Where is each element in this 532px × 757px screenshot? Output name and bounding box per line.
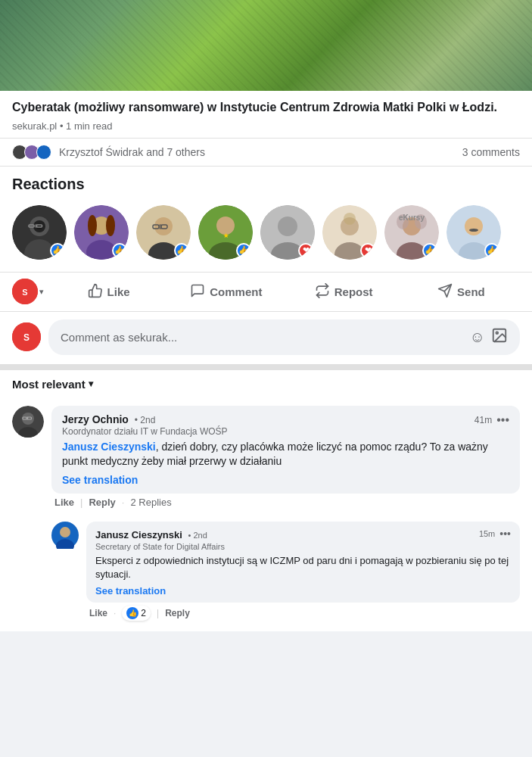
- svg-point-14: [154, 217, 173, 235]
- svg-point-24: [278, 217, 297, 236]
- comment-reply-btn-1[interactable]: Reply: [89, 497, 115, 508]
- sort-arrow-icon: ▾: [89, 378, 93, 389]
- send-label: Send: [457, 285, 485, 298]
- reaction-badge-7: 👍: [422, 243, 437, 258]
- repost-icon: [315, 283, 330, 301]
- profile-avatar-small: S: [12, 279, 38, 304]
- svg-point-29: [344, 213, 356, 225]
- reaction-person-8[interactable]: 👍: [446, 205, 501, 260]
- reaction-person-3[interactable]: 👍: [136, 205, 191, 260]
- reaction-person-7[interactable]: eKursy 👍: [384, 205, 439, 260]
- see-translation-1[interactable]: See translation: [62, 474, 509, 486]
- svg-point-39: [469, 229, 478, 232]
- comment-body-1: Jerzy Ochnio • 2nd Koordynator działu IT…: [51, 406, 520, 511]
- reaction-badge-1: 👍: [50, 243, 65, 258]
- comment-actions-1: Like | Reply · 2 Replies: [51, 494, 520, 511]
- mini-avatar-3: [36, 145, 51, 160]
- reaction-badge-4: 👍: [236, 243, 251, 258]
- comment-button[interactable]: Comment: [167, 277, 285, 307]
- comment-bubble-1: Jerzy Ochnio • 2nd Koordynator działu IT…: [51, 406, 520, 494]
- svg-point-37: [465, 217, 483, 235]
- reactions-section-label: Reactions: [0, 167, 532, 199]
- reaction-badge-5: ❤: [298, 243, 313, 258]
- comment-icons: ☺: [470, 327, 508, 347]
- reply-like-btn-1[interactable]: Like: [89, 608, 107, 618]
- reply-body-1: Janusz Cieszynski • 2nd Secretary of Sta…: [86, 522, 520, 621]
- repost-button[interactable]: Repost: [285, 277, 403, 307]
- reaction-person-6[interactable]: ❤: [322, 205, 377, 260]
- emoji-icon[interactable]: ☺: [470, 329, 485, 346]
- reactions-left: Krzysztof Świdrak and 7 others: [12, 145, 205, 160]
- comment-degree-1: • 2nd: [135, 415, 156, 425]
- reaction-badge-2: 👍: [112, 243, 127, 258]
- like-count-1: 2: [141, 608, 146, 618]
- comment-mention-1[interactable]: Janusz Cieszynski: [62, 441, 156, 453]
- article-separator: •: [60, 120, 64, 132]
- comment-item-1: Jerzy Ochnio • 2nd Koordynator działu IT…: [12, 398, 520, 516]
- reactions-grid: 👍 👍 👍: [0, 199, 532, 273]
- comment-placeholder: Comment as sekurak...: [61, 331, 177, 344]
- comment-author-info-1: Jerzy Ochnio • 2nd Koordynator działu IT…: [62, 413, 228, 437]
- comment-avatar-1: [12, 406, 44, 438]
- reaction-badge-3: 👍: [174, 243, 189, 258]
- reply-menu-dots-1[interactable]: •••: [499, 528, 511, 540]
- svg-point-12: [106, 215, 115, 236]
- reply-actions-1: Like · 👍 2 | Reply: [86, 603, 520, 621]
- svg-point-55: [60, 527, 70, 537]
- svg-text:★: ★: [223, 232, 229, 239]
- comment-header-1: Jerzy Ochnio • 2nd Koordynator działu IT…: [62, 413, 509, 437]
- comment-icon: [190, 283, 205, 301]
- action-bar: S ▾ Like Comment: [0, 273, 532, 312]
- reply-time-1: 15m: [479, 529, 495, 538]
- svg-point-11: [88, 215, 97, 236]
- commenter-avatar: S: [12, 322, 41, 351]
- reaction-badge-8: 👍: [484, 243, 499, 258]
- reaction-badge-6: ❤: [360, 243, 375, 258]
- reply-author-info-1: Janusz Cieszynski • 2nd Secretary of Sta…: [95, 528, 225, 551]
- reply-reply-btn-1[interactable]: Reply: [165, 608, 190, 618]
- comment-input-box[interactable]: Comment as sekurak... ☺: [48, 319, 520, 355]
- article-read-time: 1 min read: [66, 120, 112, 132]
- send-icon: [437, 283, 453, 301]
- like-count-badge-1: 👍 2: [122, 606, 151, 621]
- reply-indent: Janusz Cieszynski • 2nd Secretary of Sta…: [51, 516, 520, 631]
- comments-count[interactable]: 3 comments: [462, 146, 520, 158]
- image-icon[interactable]: [491, 327, 508, 347]
- send-button[interactable]: Send: [403, 277, 520, 307]
- reply-item-1: Janusz Cieszynski • 2nd Secretary of Sta…: [51, 516, 520, 624]
- hero-image: [0, 0, 532, 91]
- sort-bar[interactable]: Most relevant ▾: [0, 370, 532, 398]
- like-count-icon-1: 👍: [126, 607, 138, 619]
- comment-text-1: Janusz Cieszynski, dzień dobry, czy plac…: [62, 440, 509, 469]
- reaction-avatars-mini: [12, 145, 51, 160]
- comment-subtitle-1: Koordynator działu IT w Fundacja WOŚP: [62, 426, 228, 437]
- comments-section: Jerzy Ochnio • 2nd Koordynator działu IT…: [0, 398, 532, 632]
- comment-like-btn-1[interactable]: Like: [54, 497, 74, 508]
- article-card: Cyberatak (możliwy ransomware) w Instytu…: [0, 91, 532, 139]
- reply-text-1: Eksperci z odpowiednich instytucji są w …: [95, 554, 511, 581]
- like-button[interactable]: Like: [50, 277, 167, 307]
- article-meta: sekurak.pl • 1 min read: [12, 120, 520, 132]
- reply-author-1: Janusz Cieszynski • 2nd: [95, 529, 207, 540]
- comment-author-1: Jerzy Ochnio • 2nd: [62, 413, 228, 425]
- like-label: Like: [107, 285, 130, 298]
- like-icon: [88, 283, 103, 301]
- svg-point-47: [496, 332, 498, 334]
- reply-header-1: Janusz Cieszynski • 2nd Secretary of Sta…: [95, 528, 511, 551]
- reaction-person-1[interactable]: 👍: [12, 205, 67, 260]
- comment-time-menu-1: 41m •••: [474, 413, 509, 427]
- reply-avatar-1: [51, 522, 79, 549]
- reaction-person-5[interactable]: ❤: [260, 205, 315, 260]
- dropdown-arrow-icon[interactable]: ▾: [39, 287, 44, 297]
- comment-label: Comment: [210, 285, 262, 298]
- reactions-names[interactable]: Krzysztof Świdrak and 7 others: [59, 146, 205, 158]
- reaction-person-2[interactable]: 👍: [74, 205, 129, 260]
- reply-time-menu-1: 15m •••: [479, 528, 511, 540]
- reply-subtitle-1: Secretary of State for Digital Affairs: [95, 542, 225, 551]
- reply-bubble-1: Janusz Cieszynski • 2nd Secretary of Sta…: [86, 522, 520, 603]
- reaction-person-4[interactable]: ★ 👍: [198, 205, 253, 260]
- see-translation-2[interactable]: See translation: [95, 585, 511, 597]
- comment-replies-text-1[interactable]: 2 Replies: [130, 497, 171, 508]
- comment-time-1: 41m: [474, 415, 492, 425]
- comment-menu-dots-1[interactable]: •••: [496, 413, 509, 427]
